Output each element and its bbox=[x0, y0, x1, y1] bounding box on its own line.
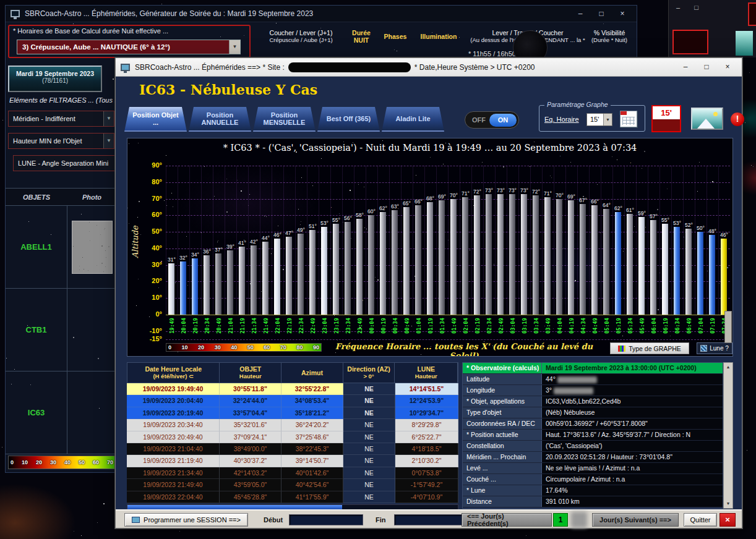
chart-title: * IC63 * - ('Cas', 'Cassiopeia') - Nuit … bbox=[127, 143, 732, 153]
chart-colorbar: 0102030405060708090 bbox=[166, 343, 322, 352]
graph-type-button[interactable]: Type de GRAPHE bbox=[610, 342, 689, 354]
info-value: (Néb) Nébuleuse bbox=[542, 407, 723, 418]
altitude-color-scale: 010203040506070 bbox=[8, 456, 116, 469]
table-row[interactable]: 19/09/2023 20:49:4037°09'24.1"37°25'48.6… bbox=[127, 431, 458, 443]
cell-moon-altitude: 0°07'53.8" bbox=[395, 467, 458, 479]
fragment-red-frame bbox=[748, 2, 756, 26]
table-row[interactable]: 19/09/2023 20:04:4032°24'44.0"34°08'53.4… bbox=[127, 395, 458, 407]
tab-position-annuelle[interactable]: Position ANNUELLE bbox=[189, 107, 251, 132]
vertical-scrollbar[interactable]: ▲ ▼ bbox=[723, 362, 733, 509]
interval-select[interactable]: 15' ▼ bbox=[586, 113, 612, 126]
cell-azimuth: 39°14'50.7" bbox=[281, 455, 343, 467]
bar-value-label: 42° bbox=[248, 239, 260, 245]
close-icon[interactable]: × bbox=[717, 61, 738, 74]
quit-button[interactable]: Quitter bbox=[684, 513, 717, 527]
chevron-down-icon[interactable]: ▼ bbox=[603, 114, 612, 125]
main-window-titlebar: SBRCoach-Astro ... Éphémérides ==> * Sit… bbox=[116, 58, 742, 77]
cell-direction: NE bbox=[343, 479, 395, 491]
day-count-field[interactable]: 1 bbox=[553, 513, 568, 527]
calendar-icon[interactable] bbox=[620, 111, 637, 127]
start-input[interactable] bbox=[289, 514, 363, 525]
time-tick-label: 23:19 bbox=[333, 315, 340, 336]
scrollbar-thumb[interactable] bbox=[127, 505, 342, 509]
partial-window-fragment: – □ bbox=[668, 0, 756, 57]
object-thumbnail[interactable] bbox=[72, 221, 113, 274]
minimize-icon[interactable]: – bbox=[570, 7, 591, 20]
tab-aladin-lite[interactable]: Aladin Lite bbox=[382, 107, 444, 132]
moon-toggle-button[interactable]: Lune ? bbox=[697, 342, 732, 354]
altitude-bar bbox=[474, 195, 480, 315]
table-row[interactable]: 19/09/2023 21:49:4043°59'05.0"40°42'54.6… bbox=[127, 479, 458, 491]
y-tick-label: 30° bbox=[137, 261, 162, 268]
on-off-toggle[interactable]: OFF ON bbox=[465, 111, 519, 129]
hauteur-min-dropdown[interactable]: Hauteur MIN de l'Objet▼ bbox=[8, 133, 114, 149]
fragment-red-badge bbox=[672, 30, 708, 54]
maximize-icon[interactable]: □ bbox=[591, 7, 612, 20]
bar-value-label: 62° bbox=[612, 205, 624, 211]
bottom-bar: Programmer une SESSION ==> Début Fin <==… bbox=[116, 509, 742, 528]
close-icon[interactable]: × bbox=[612, 7, 633, 20]
table-row[interactable]: 19/09/2023 21:04:4038°49'00.0"38°22'45.3… bbox=[127, 443, 458, 455]
cell-date: 19/09/2023 21:34:40 bbox=[127, 467, 220, 479]
time-tick-label: 02:19 bbox=[475, 315, 481, 336]
altitude-bar bbox=[591, 205, 598, 315]
tab-position-objet[interactable]: Position Objet ... bbox=[124, 107, 187, 132]
chevron-down-icon[interactable]: ▼ bbox=[103, 134, 114, 148]
altitude-bar bbox=[486, 194, 492, 315]
object-row-ic63[interactable]: IC63 bbox=[6, 371, 116, 454]
tab-best-off[interactable]: Best Off (365) bbox=[317, 107, 380, 132]
previous-days-button[interactable]: <== Jour(s) Précédent(s) bbox=[462, 513, 552, 527]
table-row[interactable]: 19/09/2023 21:34:4042°14'03.2"40°01'42.6… bbox=[127, 467, 458, 479]
altitude-bar bbox=[462, 197, 468, 315]
time-tick-label: 04:04 bbox=[557, 315, 563, 336]
table-row[interactable]: 19/09/2023 19:49:4030°55'11.8"32°55'22.8… bbox=[127, 383, 458, 395]
twilight-select[interactable]: 3) Crépuscule, Aube ... NAUTIQUE (6° à 1… bbox=[17, 40, 241, 54]
end-input[interactable] bbox=[394, 514, 468, 525]
snapshot-photo-icon[interactable] bbox=[691, 108, 723, 130]
altitude-bar bbox=[568, 200, 574, 315]
altitude-bar bbox=[403, 207, 410, 315]
scroll-up-icon[interactable]: ▲ bbox=[726, 363, 731, 371]
table-row[interactable]: 19/09/2023 20:19:4033°57'04.4"35°18'21.2… bbox=[127, 407, 458, 419]
altitude-chart: * IC63 * - ('Cas', 'Cassiopeia') - Nuit … bbox=[127, 138, 733, 357]
close-red-button[interactable]: × bbox=[719, 513, 736, 527]
bar-value-label: 59° bbox=[636, 210, 648, 216]
info-row: Type d'objet(Néb) Nébuleuse bbox=[463, 407, 723, 418]
scale-tick: 50 bbox=[79, 456, 85, 469]
object-row-abell1[interactable]: ABELL1 bbox=[6, 206, 116, 289]
cell-moon-altitude: -1°57'49.2" bbox=[395, 479, 458, 491]
colorbar-tick: 80 bbox=[296, 344, 303, 351]
maximize-icon[interactable]: □ bbox=[696, 61, 717, 74]
cell-azimuth: 38°22'45.3" bbox=[281, 443, 343, 455]
table-row[interactable]: 19/09/2023 22:04:4045°45'28.8"41°17'55.9… bbox=[127, 491, 458, 503]
cell-object-altitude: 33°57'04.4" bbox=[220, 407, 281, 419]
bar-value-label: 49° bbox=[295, 227, 307, 233]
time-tick-label: 04:34 bbox=[580, 315, 586, 336]
time-tick-label: 21:34 bbox=[251, 315, 257, 336]
alert-icon[interactable]: ! bbox=[731, 112, 744, 126]
object-row-ctb1[interactable]: CTB1 bbox=[6, 289, 116, 371]
bar-value-label: 71° bbox=[542, 190, 554, 197]
minimize-icon[interactable]: – bbox=[675, 61, 696, 74]
meridien-dropdown[interactable]: Méridien - Indifférent▼ bbox=[8, 111, 114, 127]
time-tick-label: 22:04 bbox=[275, 315, 281, 336]
time-tick-label: 23:34 bbox=[345, 315, 351, 336]
program-session-button[interactable]: Programmer une SESSION ==> bbox=[124, 513, 248, 527]
next-days-button[interactable]: Jour(s) Suivant(s) ==> bbox=[592, 513, 679, 527]
tab-position-mensuelle[interactable]: Position MENSUELLE bbox=[253, 107, 316, 132]
chevron-down-icon[interactable]: ▼ bbox=[229, 40, 240, 54]
table-row[interactable]: 19/09/2023 20:34:4035°32'01.6"36°24'20.2… bbox=[127, 419, 458, 431]
lune-separation-dropdown[interactable]: LUNE - Angle Separation Mini bbox=[13, 155, 116, 171]
altitude-bar bbox=[674, 227, 680, 315]
info-row: Levé ...Ne se lève jamais ! / Azimut : n… bbox=[463, 463, 723, 474]
table-row[interactable]: 19/09/2023 21:19:4040°30'37.2"39°14'50.7… bbox=[127, 455, 458, 467]
scrollbar-thumb[interactable] bbox=[724, 311, 732, 343]
date-button[interactable]: Mardi 19 Septembre 2023 (78/1161) bbox=[8, 66, 102, 92]
y-tick-label: -15° bbox=[137, 335, 162, 342]
scroll-down-icon[interactable]: ▼ bbox=[726, 499, 731, 508]
cell-object-altitude: 40°30'37.2" bbox=[220, 455, 281, 467]
cell-direction: NE bbox=[343, 431, 395, 443]
chevron-down-icon[interactable]: ▼ bbox=[103, 111, 114, 126]
cell-moon-altitude: 4°18'18.5" bbox=[395, 443, 458, 455]
scale-tick: 20 bbox=[36, 456, 42, 469]
